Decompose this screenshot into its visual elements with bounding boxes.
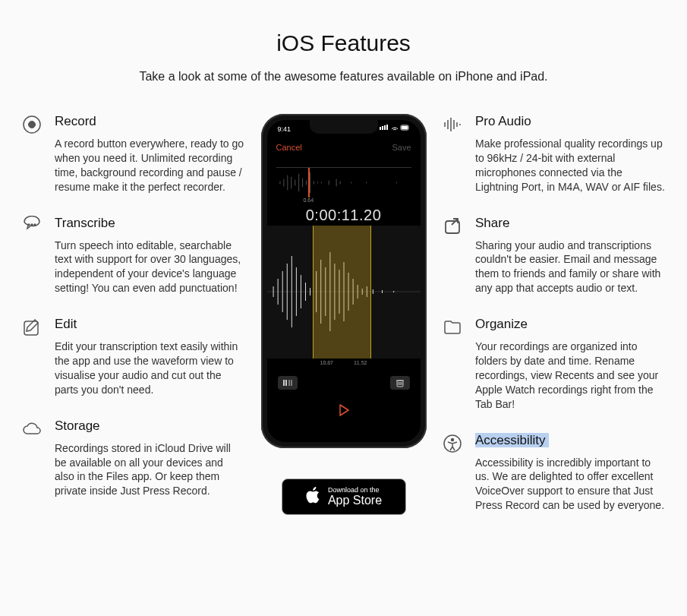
- status-time: 9:41: [278, 125, 292, 133]
- svg-point-73: [452, 438, 454, 441]
- status-icons: [380, 125, 410, 134]
- timer-display: 0:00:11.20: [267, 207, 421, 224]
- apple-logo-icon: [305, 485, 322, 508]
- feature-transcribe: Transcribe Turn speech into editable, se…: [21, 216, 245, 296]
- edit-icon: [21, 317, 43, 338]
- marker-time: 0.64: [303, 197, 314, 203]
- badge-large-text: App Store: [328, 494, 382, 507]
- svg-rect-7: [382, 126, 383, 130]
- feature-desc: Accessibility is incredibly important to…: [475, 456, 666, 513]
- feature-pro-audio: Pro Audio Make professional quality reco…: [442, 114, 666, 194]
- feature-desc: Your recordings are organized into folde…: [475, 340, 666, 411]
- svg-line-71: [452, 219, 458, 225]
- svg-point-3: [31, 224, 33, 226]
- feature-desc: Edit your transcription text easily with…: [55, 340, 245, 397]
- cloud-icon: [21, 419, 43, 440]
- feature-desc: Make professional quality recordings up …: [475, 137, 666, 194]
- selection-end-time: 11.52: [354, 360, 367, 365]
- waveform-icon: [442, 114, 463, 135]
- feature-title: Storage: [55, 419, 245, 434]
- svg-rect-6: [380, 127, 381, 130]
- phone-notch: [310, 120, 378, 134]
- feature-record: Record A record button everywhere, ready…: [21, 114, 245, 194]
- feature-title: Organize: [475, 317, 666, 332]
- page-title: iOS Features: [21, 30, 666, 56]
- feature-desc: Recordings stored in iCloud Drive will b…: [55, 441, 245, 499]
- svg-point-1: [29, 122, 36, 128]
- overview-waveform[interactable]: 0.64: [276, 167, 411, 197]
- selection-range[interactable]: [313, 226, 371, 359]
- svg-point-2: [28, 224, 30, 226]
- feature-desc: Sharing your audio and transcriptions co…: [475, 239, 666, 296]
- play-button[interactable]: [337, 406, 351, 419]
- features-left-column: Record A record button everywhere, ready…: [21, 114, 245, 534]
- feature-title: Accessibility: [475, 433, 666, 448]
- svg-rect-11: [402, 126, 408, 129]
- feature-title: Share: [475, 216, 666, 231]
- folder-icon: [442, 317, 463, 338]
- feature-share: Share Sharing your audio and transcripti…: [442, 216, 666, 296]
- phone-mockup: 9:41 Cancel Save 0.64: [261, 114, 427, 448]
- badge-small-text: Download on the: [328, 487, 382, 494]
- main-waveform[interactable]: [267, 226, 421, 359]
- record-icon: [21, 114, 43, 135]
- feature-title: Record: [55, 114, 245, 129]
- svg-rect-9: [386, 125, 388, 130]
- features-right-column: Pro Audio Make professional quality reco…: [442, 114, 666, 534]
- feature-desc: A record button everywhere, ready to go …: [55, 137, 245, 194]
- svg-point-4: [34, 224, 36, 226]
- accessibility-icon: [442, 433, 463, 454]
- cancel-button[interactable]: Cancel: [276, 143, 302, 152]
- feature-edit: Edit Edit your transcription text easily…: [21, 317, 245, 397]
- page-subtitle: Take a look at some of the awesome featu…: [21, 70, 666, 84]
- feature-title: Pro Audio: [475, 114, 666, 129]
- feature-title: Transcribe: [55, 216, 245, 231]
- playhead-marker[interactable]: [308, 168, 310, 197]
- save-button[interactable]: Save: [392, 143, 411, 152]
- feature-organize: Organize Your recordings are organized i…: [442, 317, 666, 411]
- svg-rect-8: [384, 125, 386, 130]
- selection-start-time: 10.87: [320, 360, 334, 365]
- feature-accessibility: Accessibility Accessibility is incredibl…: [442, 433, 666, 513]
- svg-rect-55: [283, 380, 285, 386]
- app-store-badge[interactable]: Download on the App Store: [282, 479, 406, 515]
- share-icon: [442, 216, 463, 237]
- crop-button[interactable]: [278, 376, 298, 390]
- feature-storage: Storage Recordings stored in iCloud Driv…: [21, 419, 245, 499]
- speech-bubble-icon: [21, 216, 43, 237]
- feature-title: Edit: [55, 317, 245, 332]
- svg-rect-56: [285, 380, 287, 386]
- delete-button[interactable]: [390, 376, 410, 390]
- feature-desc: Turn speech into editable, searchable te…: [55, 239, 245, 296]
